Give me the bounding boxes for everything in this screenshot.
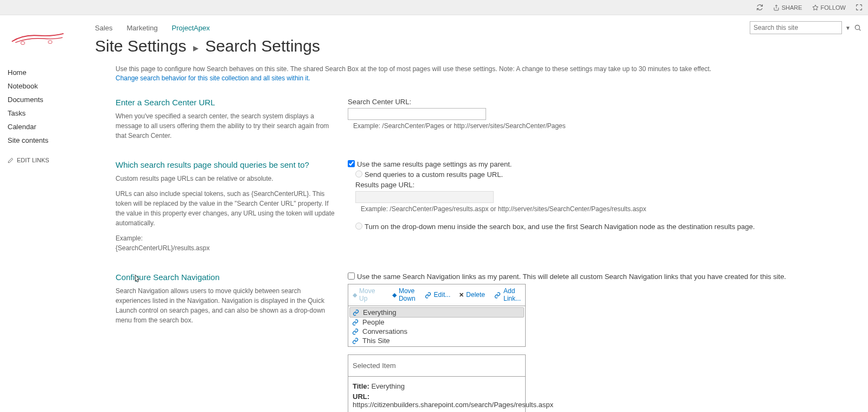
edit-button[interactable]: Edit... <box>420 290 455 300</box>
follow-label: FOLLOW <box>821 4 846 11</box>
svg-point-3 <box>48 41 52 44</box>
link-icon <box>424 292 432 299</box>
x-icon: ✕ <box>459 291 464 299</box>
search-icon[interactable] <box>854 24 861 31</box>
section1-desc: When you've specified a search center, t… <box>116 111 337 141</box>
nav-parent-label: Use the same Search Navigation links as … <box>357 272 786 281</box>
use-parent-checkbox[interactable] <box>348 160 355 167</box>
move-down-button[interactable]: ◆MoveDown <box>388 287 420 303</box>
search-center-url-label: Search Center URL: <box>348 98 861 106</box>
dropdown-radio[interactable] <box>355 223 362 230</box>
suite-bar: SHARE FOLLOW <box>0 0 868 15</box>
svg-line-5 <box>859 29 861 31</box>
section2-desc3: Example:{SearchCenterURL}/results.aspx <box>116 233 337 253</box>
nav-calendar[interactable]: Calendar <box>8 120 91 134</box>
focus-icon[interactable] <box>856 4 863 11</box>
share-button[interactable]: SHARE <box>773 4 802 11</box>
section1-title: Enter a Search Center URL <box>116 98 337 107</box>
nav-home[interactable]: Home <box>8 66 91 79</box>
topnav-sales[interactable]: Sales <box>95 24 113 32</box>
nav-item-this-site[interactable]: This Site <box>349 336 524 345</box>
svg-marker-1 <box>813 5 818 10</box>
nav-item-everything[interactable]: Everything <box>349 307 524 318</box>
svg-point-4 <box>855 25 859 29</box>
diamond-icon: ◆ <box>353 291 357 299</box>
site-logo[interactable] <box>7 21 69 50</box>
topnav-projectapex[interactable]: ProjectApex <box>172 24 210 32</box>
nav-parent-checkbox[interactable] <box>348 272 355 280</box>
add-link-button[interactable]: AddLink... <box>489 287 525 303</box>
page-title: Search Settings <box>205 37 320 55</box>
edit-links-label: EDIT LINKS <box>17 157 49 163</box>
link-icon <box>352 309 360 316</box>
search-dropdown-icon[interactable]: ▼ <box>845 25 851 31</box>
site-search-input[interactable] <box>750 21 842 34</box>
results-url-example: Example: /SearchCenter/Pages/results.asp… <box>355 205 861 213</box>
nav-item-people[interactable]: People <box>349 318 524 327</box>
search-center-url-example: Example: /SearchCenter/Pages or http://s… <box>348 122 861 130</box>
selected-item-header: Selected Item <box>348 354 526 377</box>
diamond-icon: ◆ <box>392 291 397 299</box>
section3-desc: Search Navigation allows users to move q… <box>116 286 337 325</box>
link-icon <box>352 319 359 326</box>
link-icon <box>352 328 359 335</box>
results-url-input <box>355 191 494 203</box>
section2-title: Which search results page should queries… <box>116 160 337 169</box>
section2-desc2: URLs can also include special tokens, su… <box>116 189 337 228</box>
nav-tasks[interactable]: Tasks <box>8 106 91 120</box>
share-label: SHARE <box>782 4 802 11</box>
delete-button[interactable]: ✕Delete <box>455 290 489 300</box>
quick-launch: Home Notebook Documents Tasks Calendar S… <box>7 50 91 163</box>
dropdown-radio-label: Turn on the drop-down menu inside the se… <box>365 223 755 231</box>
selected-item-body: Title: Everything URL:https://citizenbui… <box>348 377 526 412</box>
section2-desc1: Custom results page URLs can be relative… <box>116 174 337 183</box>
breadcrumb: Site Settings ▸ Search Settings <box>95 37 861 55</box>
link-icon <box>352 338 359 344</box>
topnav-marketing[interactable]: Marketing <box>127 24 158 32</box>
follow-button[interactable]: FOLLOW <box>812 4 846 11</box>
link-icon <box>494 292 501 299</box>
nav-item-conversations[interactable]: Conversations <box>349 327 524 336</box>
nav-documents[interactable]: Documents <box>8 93 91 106</box>
edit-links-button[interactable]: EDIT LINKS <box>8 157 91 163</box>
intro-link[interactable]: Change search behavior for this site col… <box>116 74 310 82</box>
move-up-button[interactable]: ◆Move Up <box>348 287 388 304</box>
top-nav: Sales Marketing ProjectApex ▼ <box>95 21 861 35</box>
svg-point-2 <box>21 42 24 45</box>
custom-results-label: Send queries to a custom results page UR… <box>365 170 503 179</box>
sync-icon-button[interactable] <box>756 4 763 11</box>
nav-site-contents[interactable]: Site contents <box>8 134 91 147</box>
intro-text: Use this page to configure how Search be… <box>116 65 711 73</box>
results-url-label: Results page URL: <box>355 181 861 189</box>
nav-list: Everything People Conversations Thi <box>348 306 526 347</box>
section3-title: Configure Search Navigation <box>116 272 337 282</box>
use-parent-label: Use the same results page settings as my… <box>357 160 512 168</box>
breadcrumb-parent[interactable]: Site Settings <box>95 37 186 55</box>
custom-results-radio[interactable] <box>355 170 362 178</box>
search-center-url-input[interactable] <box>348 108 486 120</box>
chevron-right-icon: ▸ <box>193 42 199 54</box>
nav-notebook[interactable]: Notebook <box>8 79 91 93</box>
nav-toolbar: ◆Move Up ◆MoveDown Edit... ✕Delete AddLi… <box>348 284 526 306</box>
